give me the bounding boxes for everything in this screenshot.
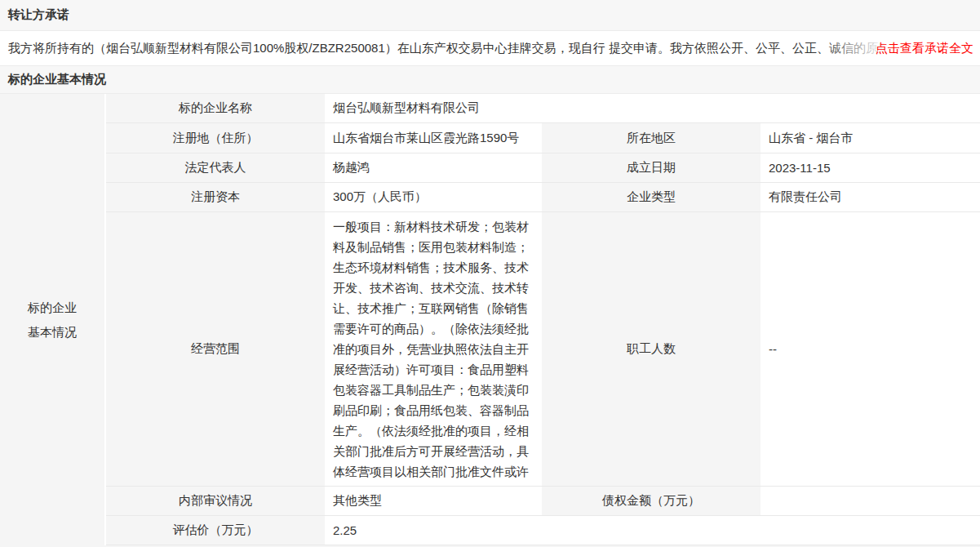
legal-representative-value: 杨越鸿 bbox=[325, 153, 542, 183]
registered-address-value: 山东省烟台市莱山区霞光路1590号 bbox=[325, 123, 542, 153]
registered-capital-value: 300万（人民币） bbox=[325, 183, 542, 212]
group-label-line1: 标的企业 bbox=[28, 296, 77, 320]
region-label: 所在地区 bbox=[542, 123, 760, 153]
registered-capital-label: 注册资本 bbox=[106, 183, 325, 212]
page: 转让方承诺 我方将所持有的（烟台弘顺新型材料有限公司100%股权/ZBZR250… bbox=[0, 0, 980, 547]
company-name-value: 烟台弘顺新型材料有限公司 bbox=[325, 94, 980, 123]
business-scope-label: 经营范围 bbox=[106, 212, 325, 487]
establish-date-label: 成立日期 bbox=[542, 153, 760, 183]
basic-info-title: 标的企业基本情况 bbox=[8, 72, 106, 87]
company-name-label: 标的企业名称 bbox=[106, 94, 325, 123]
internal-review-value: 其他类型 bbox=[325, 487, 542, 516]
employee-count-value: -- bbox=[760, 212, 980, 487]
company-type-value: 有限责任公司 bbox=[760, 183, 980, 212]
debt-amount-value bbox=[760, 487, 980, 516]
appraisal-price-label: 评估价（万元） bbox=[106, 516, 325, 545]
company-type-label: 企业类型 bbox=[542, 183, 760, 212]
view-full-commitment-link[interactable]: 点击查看承诺全文 bbox=[818, 31, 973, 65]
transferor-commitment-title: 转让方承诺 bbox=[8, 7, 69, 23]
region-value: 山东省 - 烟台市 bbox=[760, 123, 980, 153]
business-scope-value: 一般项目：新材料技术研发；包装材料及制品销售；医用包装材料制造；生态环境材料销售… bbox=[325, 212, 542, 487]
appraisal-price-value: 2.25 bbox=[325, 516, 980, 545]
debt-amount-label: 债权金额（万元） bbox=[542, 487, 760, 516]
registered-address-label: 注册地（住所） bbox=[106, 123, 325, 153]
internal-review-label: 内部审议情况 bbox=[106, 487, 325, 516]
legal-representative-label: 法定代表人 bbox=[106, 153, 325, 183]
establish-date-value: 2023-11-15 bbox=[760, 153, 980, 183]
employee-count-label: 职工人数 bbox=[542, 212, 760, 487]
group-label-line2: 基本情况 bbox=[28, 320, 77, 345]
basic-info-header: 标的企业基本情况 bbox=[0, 65, 980, 94]
basic-info-table: 标的企业 基本情况 标的企业名称 烟台弘顺新型材料有限公司 注册地（住所） 山东… bbox=[0, 94, 980, 545]
commitment-bar: 我方将所持有的（烟台弘顺新型材料有限公司100%股权/ZBZR250081）在山… bbox=[0, 31, 980, 65]
group-label-cell: 标的企业 基本情况 bbox=[0, 94, 106, 545]
transferor-commitment-header: 转让方承诺 bbox=[0, 0, 980, 31]
